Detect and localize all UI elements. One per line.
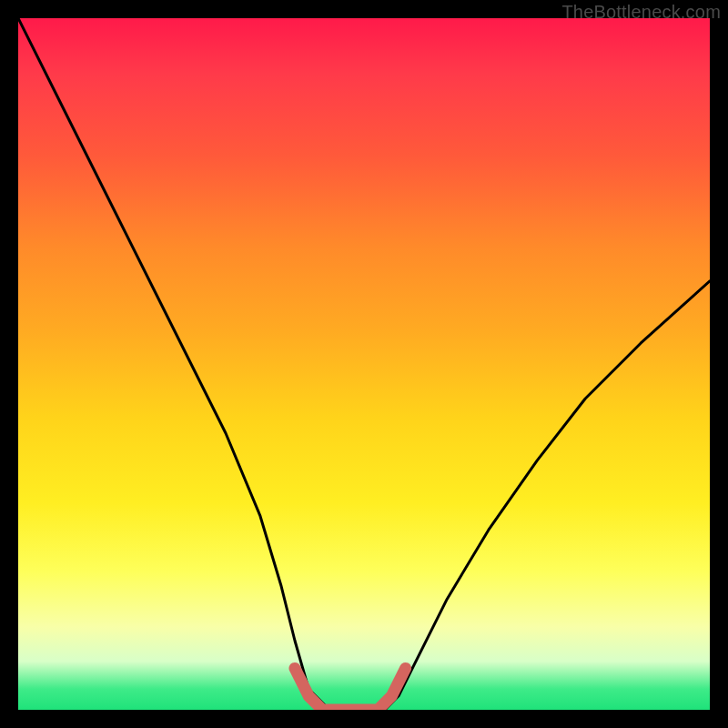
chart-frame: TheBottleneck.com [0, 0, 728, 728]
bottleneck-curve [18, 18, 710, 710]
plot-area [18, 18, 710, 710]
curve-svg [18, 18, 710, 710]
optimal-segment [295, 668, 406, 710]
